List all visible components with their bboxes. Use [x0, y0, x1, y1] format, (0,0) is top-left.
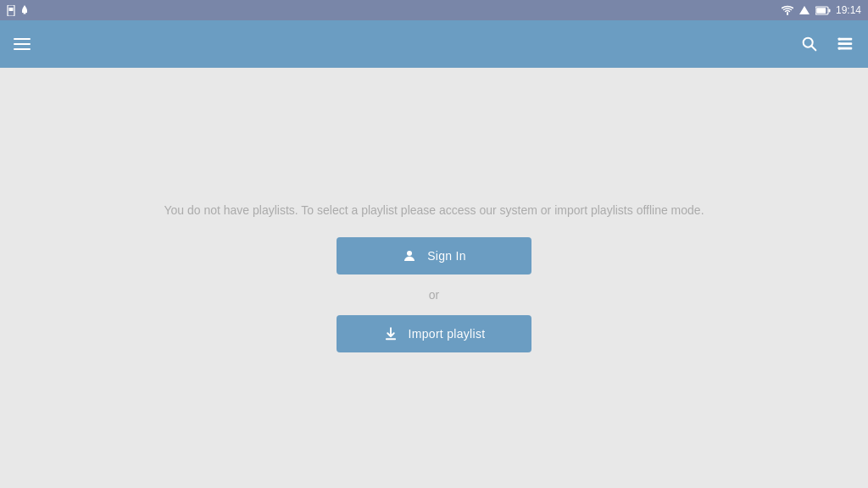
- hamburger-line-1: [14, 38, 31, 40]
- signal-icon: [798, 5, 810, 15]
- or-divider: or: [429, 288, 439, 302]
- hamburger-line-3: [14, 48, 31, 50]
- svg-rect-17: [386, 338, 396, 340]
- wifi-icon: [782, 5, 793, 15]
- grid-icon[interactable]: [836, 35, 854, 53]
- status-bar-left: [7, 5, 29, 16]
- sim-icon: [7, 5, 15, 16]
- search-icon[interactable]: [800, 35, 819, 53]
- svg-point-16: [407, 251, 412, 256]
- import-playlist-button[interactable]: Import playlist: [337, 315, 531, 352]
- hamburger-line-2: [14, 43, 31, 45]
- app-bar: [0, 20, 868, 68]
- svg-rect-15: [838, 47, 841, 50]
- download-icon: [383, 326, 398, 341]
- empty-message: You do not have playlists. To select a p…: [164, 203, 704, 217]
- app-bar-right: [800, 35, 854, 53]
- svg-point-3: [24, 5, 25, 7]
- svg-rect-6: [828, 8, 830, 12]
- status-bar: 19:14: [0, 0, 868, 20]
- svg-rect-7: [816, 8, 826, 14]
- svg-rect-2: [24, 13, 26, 14]
- svg-rect-1: [9, 8, 14, 11]
- battery-icon: [815, 6, 831, 15]
- status-bar-right: 19:14: [782, 4, 861, 16]
- time-display: 19:14: [836, 4, 861, 16]
- user-icon: [402, 248, 417, 263]
- notification-icon: [20, 5, 29, 16]
- svg-line-9: [811, 46, 815, 50]
- main-content: You do not have playlists. To select a p…: [0, 68, 868, 488]
- menu-button[interactable]: [14, 38, 31, 50]
- svg-rect-14: [838, 42, 841, 45]
- sign-in-label: Sign In: [427, 249, 466, 263]
- svg-rect-13: [838, 38, 841, 41]
- import-label: Import playlist: [409, 327, 486, 341]
- sign-in-button[interactable]: Sign In: [337, 237, 531, 274]
- svg-marker-4: [799, 6, 810, 14]
